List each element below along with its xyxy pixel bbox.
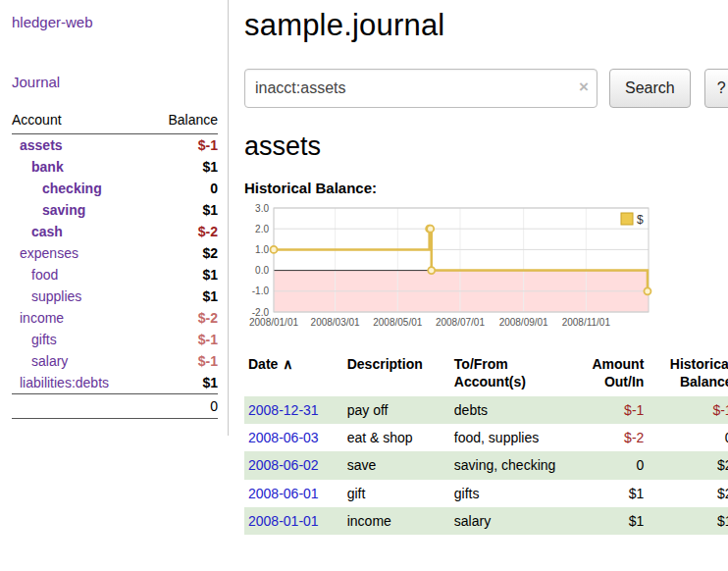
transaction-description: save — [343, 451, 450, 479]
transaction-accounts: saving, checking — [450, 451, 574, 479]
account-row: assets$-1 — [12, 134, 218, 157]
register-header-date[interactable]: Date∧ — [244, 354, 343, 396]
transaction-amount: $1 — [574, 507, 650, 535]
accounts-header-balance: Balance — [148, 108, 218, 134]
help-button[interactable]: ? — [704, 69, 728, 108]
account-link[interactable]: checking — [42, 181, 102, 196]
register-row: 2008-06-03eat & shopfood, supplies$-20 — [244, 424, 728, 451]
register-header-date-label: Date — [248, 356, 278, 372]
accounts-total-spacer — [12, 394, 148, 419]
account-link[interactable]: expenses — [20, 245, 78, 261]
search-input[interactable] — [244, 69, 598, 108]
account-link[interactable]: supplies — [31, 288, 81, 304]
transaction-balance: $-1 — [650, 396, 728, 424]
register-row: 2008-06-02savesaving, checking0$2 — [244, 451, 728, 479]
transaction-balance: 0 — [650, 424, 728, 451]
search-button[interactable]: Search — [609, 69, 691, 108]
transaction-date-link[interactable]: 2008-06-01 — [248, 486, 319, 501]
svg-text:2008/05/01: 2008/05/01 — [373, 317, 422, 328]
transaction-accounts: debts — [450, 396, 574, 424]
account-balance: $1 — [148, 286, 218, 307]
sort-ascending-icon: ∧ — [283, 356, 292, 372]
transaction-balance: $2 — [650, 480, 728, 507]
account-balance: $-1 — [148, 134, 218, 157]
svg-text:0.0: 0.0 — [255, 265, 269, 276]
svg-text:3.0: 3.0 — [255, 203, 269, 214]
svg-text:2008/01/01: 2008/01/01 — [249, 317, 298, 328]
svg-text:2008/07/01: 2008/07/01 — [436, 317, 485, 328]
search-bar: × Search ? — [244, 69, 728, 108]
svg-text:2.0: 2.0 — [255, 224, 269, 234]
search-input-wrap: × — [244, 69, 598, 108]
account-link[interactable]: salary — [31, 353, 68, 369]
transaction-description: eat & shop — [343, 424, 450, 451]
page: hledger-web Journal Account Balance asse… — [0, 0, 728, 535]
app-title-link[interactable]: hledger-web — [12, 14, 218, 30]
account-balance: $2 — [148, 242, 218, 264]
account-link[interactable]: income — [20, 310, 64, 326]
balance-chart: 2008/01/012008/03/012008/05/012008/07/01… — [244, 202, 656, 336]
transaction-amount: $-1 — [574, 396, 650, 424]
account-link[interactable]: cash — [31, 224, 63, 239]
transaction-date-link[interactable]: 2008-06-03 — [248, 430, 319, 445]
account-row: supplies$1 — [12, 286, 218, 307]
transaction-date-link[interactable]: 2008-06-02 — [248, 457, 319, 473]
transaction-date-link[interactable]: 2008-12-31 — [248, 402, 319, 418]
account-row: gifts$-1 — [12, 329, 218, 350]
account-row: cash$-2 — [12, 221, 218, 242]
register-row: 2008-01-01incomesalary$1$1 — [244, 507, 728, 535]
transaction-amount: $1 — [574, 480, 650, 507]
accounts-total-row: 0 — [12, 394, 218, 419]
register-header-row: Date∧ Description To/From Account(s) Amo… — [244, 354, 728, 396]
account-row: food$1 — [12, 264, 218, 286]
svg-text:2008/11/01: 2008/11/01 — [562, 317, 611, 328]
transaction-description: income — [343, 507, 450, 535]
svg-text:-1.0: -1.0 — [252, 286, 270, 296]
account-balance: $1 — [148, 372, 218, 394]
account-row: expenses$2 — [12, 242, 218, 264]
main-content: sample.journal × Search ? assets Histori… — [229, 0, 728, 535]
transaction-description: pay off — [343, 396, 450, 424]
svg-text:-2.0: -2.0 — [252, 307, 270, 318]
account-link[interactable]: liabilities:debts — [20, 375, 109, 390]
svg-text:$: $ — [637, 213, 644, 227]
accounts-header-row: Account Balance — [12, 108, 218, 134]
transaction-balance: $2 — [650, 451, 728, 479]
account-heading: assets — [244, 131, 728, 162]
account-balance: $-1 — [148, 329, 218, 350]
accounts-table: Account Balance assets$-1bank$1checking0… — [12, 108, 218, 419]
account-balance: $-1 — [148, 350, 218, 372]
register-row: 2008-06-01giftgifts$1$2 — [244, 480, 728, 507]
transaction-accounts: gifts — [450, 480, 574, 507]
account-row: saving$1 — [12, 199, 218, 221]
clear-search-icon[interactable]: × — [579, 78, 589, 97]
account-row: checking0 — [12, 178, 218, 199]
account-link[interactable]: food — [31, 267, 58, 283]
account-link[interactable]: bank — [31, 159, 64, 175]
svg-text:1.0: 1.0 — [255, 244, 269, 255]
account-row: liabilities:debts$1 — [12, 372, 218, 394]
transaction-date-link[interactable]: 2008-01-01 — [248, 513, 319, 529]
account-balance: $-2 — [148, 307, 218, 329]
transaction-amount: $-2 — [574, 424, 650, 451]
page-title: sample.journal — [244, 8, 728, 43]
register-header-balance: Historical Balance — [650, 354, 728, 396]
transaction-balance: $1 — [650, 507, 728, 535]
transaction-accounts: salary — [450, 507, 574, 535]
account-row: income$-2 — [12, 307, 218, 329]
accounts-total-value: 0 — [148, 394, 218, 419]
account-balance: $1 — [148, 264, 218, 286]
account-link[interactable]: gifts — [31, 332, 57, 347]
svg-text:2008/09/01: 2008/09/01 — [499, 317, 548, 328]
account-link[interactable]: assets — [20, 137, 63, 153]
register-header-description: Description — [343, 354, 450, 396]
sidebar-item-journal[interactable]: Journal — [12, 74, 218, 90]
account-link[interactable]: saving — [42, 202, 85, 218]
account-balance: $-2 — [148, 221, 218, 242]
svg-text:2008/03/01: 2008/03/01 — [311, 317, 360, 328]
account-row: salary$-1 — [12, 350, 218, 372]
account-balance: 0 — [148, 178, 218, 199]
register-table: Date∧ Description To/From Account(s) Amo… — [244, 354, 728, 535]
register-header-accounts: To/From Account(s) — [450, 354, 574, 396]
sidebar: hledger-web Journal Account Balance asse… — [0, 0, 229, 436]
